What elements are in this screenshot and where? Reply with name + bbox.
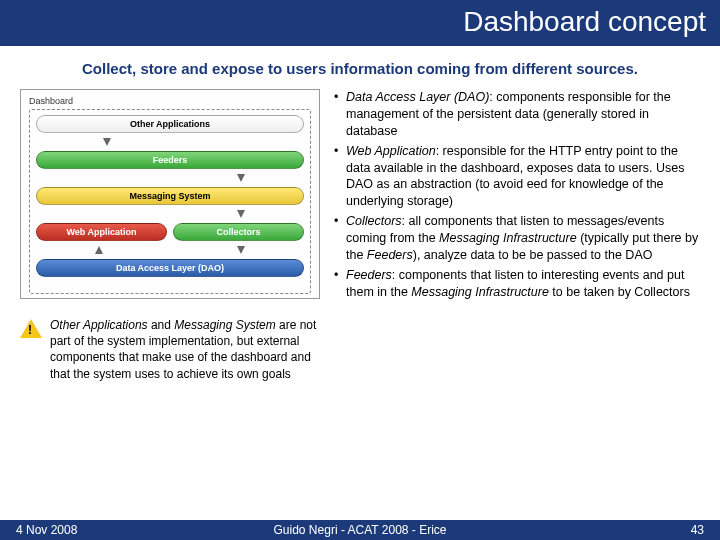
right-column: Data Access Layer (DAO): components resp… — [334, 89, 700, 382]
box-dao: Data Access Layer (DAO) — [36, 259, 304, 277]
arrow-icon — [237, 174, 245, 182]
slide-subtitle: Collect, store and expose to users infor… — [0, 46, 720, 87]
bullet-term: Feeders — [346, 268, 392, 282]
warning-em2: Messaging System — [174, 318, 275, 332]
diagram-title: Dashboard — [29, 96, 311, 106]
slide-title: Dashboard concept — [463, 6, 706, 37]
box-other-apps: Other Applications — [36, 115, 304, 133]
bullet-em: Messaging Infrastructure — [411, 285, 549, 299]
slide-footer: 4 Nov 2008 Guido Negri - ACAT 2008 - Eri… — [0, 520, 720, 540]
footer-page: 43 — [691, 523, 704, 537]
warning-txt1: and — [148, 318, 175, 332]
architecture-diagram: Dashboard Other Applications Feeders Mes… — [20, 89, 320, 299]
bullet-em: Messaging Infrastructure — [439, 231, 577, 245]
warning-em1: Other Applications — [50, 318, 148, 332]
bullet-desc: ), analyze data to be be passed to the D… — [413, 248, 653, 262]
content-area: Dashboard Other Applications Feeders Mes… — [0, 87, 720, 382]
bullet-feeders: Feeders: components that listen to inter… — [334, 267, 700, 301]
box-feeders: Feeders — [36, 151, 304, 169]
warning-note: Other Applications and Messaging System … — [20, 317, 320, 382]
slide-header: Dashboard concept — [0, 0, 720, 46]
box-webapp: Web Application — [36, 223, 167, 241]
bullet-desc: to be taken by Collectors — [549, 285, 690, 299]
bullet-list: Data Access Layer (DAO): components resp… — [334, 89, 700, 301]
diagram-container: Other Applications Feeders Messaging Sys… — [29, 109, 311, 294]
bullet-em: Feeders — [367, 248, 413, 262]
bullet-dao: Data Access Layer (DAO): components resp… — [334, 89, 700, 140]
warning-text: Other Applications and Messaging System … — [50, 317, 320, 382]
bullet-collectors: Collectors: all components that listen t… — [334, 213, 700, 264]
arrow-icon — [237, 246, 245, 254]
arrow-icon — [95, 246, 103, 254]
warning-icon — [20, 319, 42, 338]
box-collectors: Collectors — [173, 223, 304, 241]
bullet-term: Collectors — [346, 214, 402, 228]
left-column: Dashboard Other Applications Feeders Mes… — [20, 89, 320, 382]
box-messaging: Messaging System — [36, 187, 304, 205]
bullet-term: Data Access Layer (DAO) — [346, 90, 489, 104]
arrow-icon — [103, 138, 111, 146]
bullet-webapp: Web Application: responsible for the HTT… — [334, 143, 700, 211]
arrow-icon — [237, 210, 245, 218]
footer-center: Guido Negri - ACAT 2008 - Erice — [0, 523, 720, 537]
bullet-term: Web Application — [346, 144, 436, 158]
